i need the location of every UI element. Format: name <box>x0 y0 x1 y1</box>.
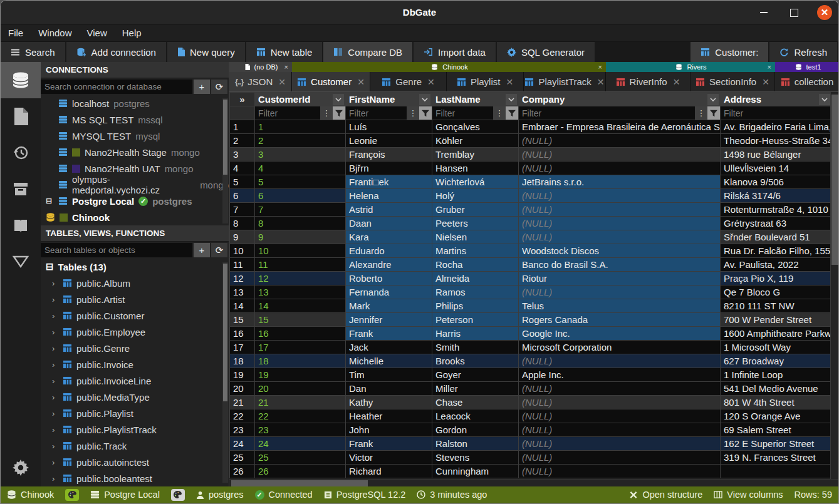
cell-lastname[interactable]: Peterson <box>432 313 519 327</box>
cell-lastname[interactable]: Miller <box>432 382 519 396</box>
cell-lastname[interactable]: Rocha <box>432 258 519 272</box>
close-icon[interactable]: ✕ <box>762 77 769 87</box>
connection-item[interactable]: MYSQL TESTmysql <box>41 128 229 144</box>
cell-firstname[interactable]: Heather <box>346 409 432 423</box>
table-item[interactable]: ›public.Invoice <box>41 356 229 373</box>
row-number[interactable]: 17 <box>230 341 255 354</box>
column-header-lastname[interactable]: LastName <box>432 93 519 106</box>
cell-customerid[interactable]: 16 <box>255 327 346 341</box>
tab-playlisttrack[interactable]: PlaylistTrack✕ <box>524 72 606 91</box>
cell-company[interactable]: (NULL) <box>519 148 721 162</box>
cell-lastname[interactable]: Köhler <box>432 134 519 148</box>
cell-firstname[interactable]: Richard <box>346 465 432 478</box>
filter-input[interactable] <box>432 106 493 120</box>
menu-file[interactable]: File <box>8 28 23 38</box>
cell-address[interactable]: 69 Salem Street <box>721 423 832 437</box>
cell-address[interactable]: Rua Dr. Falcão Filho, 155 <box>721 244 832 258</box>
cell-customerid[interactable]: 20 <box>255 382 346 396</box>
filter-menu-icon[interactable]: ⋮ <box>320 106 333 120</box>
tab-playlist[interactable]: Playlist✕ <box>447 72 524 91</box>
chevron-right-icon[interactable]: › <box>52 295 58 304</box>
cell-customerid[interactable]: 23 <box>255 423 346 437</box>
cell-company[interactable]: (NULL) <box>519 465 721 478</box>
chevron-right-icon[interactable]: › <box>52 327 58 337</box>
table-item[interactable]: ›public.MediaType <box>41 389 229 405</box>
chevron-down-icon[interactable] <box>506 94 517 105</box>
table-item[interactable]: ›public.InvoiceLine <box>41 373 229 389</box>
cell-company[interactable]: (NULL) <box>519 437 721 451</box>
rail-gear-icon[interactable] <box>1 454 41 481</box>
cell-customerid[interactable]: 15 <box>255 313 346 327</box>
close-button[interactable]: ✕ <box>817 5 832 20</box>
cell-customerid[interactable]: 21 <box>255 396 346 409</box>
rail-database-icon[interactable] <box>1 62 41 98</box>
connections-add-button[interactable]: + <box>194 80 210 94</box>
cell-lastname[interactable]: Philips <box>432 299 519 313</box>
status-connected[interactable]: ✓Connected <box>255 490 313 500</box>
maximize-button[interactable] <box>787 6 801 19</box>
cell-address[interactable]: 700 W Pender Street <box>721 313 832 327</box>
cell-company[interactable]: (NULL) <box>519 354 721 368</box>
cell-lastname[interactable]: Peeters <box>432 217 519 230</box>
cell-firstname[interactable]: Roberto <box>346 272 432 285</box>
menu-help[interactable]: Help <box>122 28 142 38</box>
cell-address[interactable]: Rotenturmstraße 4, 1010 I <box>721 203 832 217</box>
chevron-right-icon[interactable]: › <box>52 376 58 386</box>
chevron-right-icon[interactable]: › <box>52 311 58 321</box>
cell-lastname[interactable]: Goyer <box>432 368 519 382</box>
collapse-icon[interactable]: ⊟ <box>46 261 54 272</box>
database-item-chinook[interactable]: Chinook <box>41 209 229 225</box>
cell-address[interactable]: 801 W 4th Street <box>721 396 832 409</box>
cell-customerid[interactable]: 1 <box>255 120 346 134</box>
toolbar-new-table-button[interactable]: New table <box>246 42 324 62</box>
cell-company[interactable]: (NULL) <box>519 451 721 465</box>
cell-company[interactable]: Embraer - Empresa Brasileira de Aeronáut… <box>519 120 721 134</box>
table-item[interactable]: ›public.Customer <box>41 307 229 324</box>
toolbar-add-connection-button[interactable]: Add connection <box>66 42 167 62</box>
chevron-right-icon[interactable]: › <box>52 458 58 467</box>
table-item[interactable]: ›public.autoinctest <box>41 454 229 470</box>
cell-lastname[interactable]: Chase <box>432 396 519 409</box>
filter-menu-icon[interactable]: ⋮ <box>493 106 506 120</box>
table-item[interactable]: ›public.PlaylistTrack <box>41 421 229 438</box>
cell-customerid[interactable]: 2 <box>255 134 346 148</box>
toolbar-new-query-button[interactable]: New query <box>167 42 246 62</box>
chevron-down-icon[interactable] <box>707 94 719 105</box>
cell-address[interactable]: 120 S Orange Ave <box>721 409 832 423</box>
cell-address[interactable]: Sřnder Boulevard 51 <box>721 230 832 244</box>
cell-company[interactable]: Apple Inc. <box>519 368 721 382</box>
cell-company[interactable]: (NULL) <box>519 230 721 244</box>
cell-customerid[interactable]: 24 <box>255 437 346 451</box>
row-number[interactable]: 5 <box>230 175 255 189</box>
cell-address[interactable]: 162 E Superior Street <box>721 437 832 451</box>
cell-address[interactable] <box>721 465 832 478</box>
cell-company[interactable]: (NULL) <box>519 134 721 148</box>
toolbar-import-data-button[interactable]: Import data <box>414 42 497 62</box>
cell-customerid[interactable]: 4 <box>255 162 346 175</box>
cell-firstname[interactable]: Alexandre <box>346 258 432 272</box>
theme-palette-chip[interactable] <box>171 489 185 501</box>
cell-lastname[interactable]: Holý <box>432 189 519 203</box>
cell-firstname[interactable]: John <box>346 423 432 437</box>
row-number[interactable]: 20 <box>230 382 255 396</box>
cell-lastname[interactable]: Stevens <box>432 451 519 465</box>
cell-address[interactable]: Ullevĺlsveien 14 <box>721 162 832 175</box>
rail-archive-icon[interactable] <box>1 171 41 207</box>
row-number[interactable]: 26 <box>230 465 255 478</box>
status-postgres[interactable]: postgres <box>196 490 244 500</box>
tab-sectioninfo[interactable]: SectionInfo✕ <box>690 72 775 91</box>
cell-address[interactable]: 627 Broadway <box>721 354 832 368</box>
cell-company[interactable]: Microsoft Corporation <box>519 341 721 354</box>
cell-firstname[interactable]: Bjřrn <box>346 162 432 175</box>
table-item[interactable]: ›public.Artist <box>41 291 229 307</box>
cell-firstname[interactable]: Astrid <box>346 203 432 217</box>
cell-lastname[interactable]: Gruber <box>432 203 519 217</box>
chevron-right-icon[interactable]: › <box>52 360 58 369</box>
cell-lastname[interactable]: Harris <box>432 327 519 341</box>
cell-lastname[interactable]: Ramos <box>432 285 519 299</box>
tab-customer[interactable]: Customer✕ <box>292 72 370 91</box>
close-icon[interactable]: ✕ <box>673 77 680 87</box>
cell-customerid[interactable]: 6 <box>255 189 346 203</box>
cell-company[interactable]: (NULL) <box>519 203 721 217</box>
cell-company[interactable]: Rogers Canada <box>519 313 721 327</box>
